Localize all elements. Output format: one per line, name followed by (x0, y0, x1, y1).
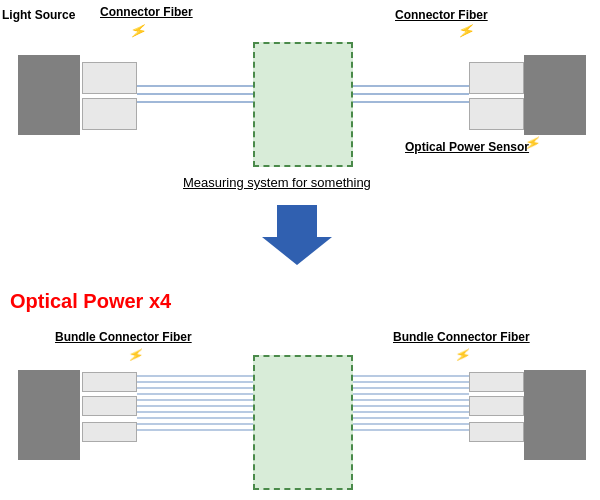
fiber-lines-right-bottom (353, 368, 469, 448)
left-connector-bundle-bot (82, 422, 137, 442)
center-box-bottom (253, 355, 353, 490)
left-connector-bottom (82, 98, 137, 130)
right-connector-top (469, 62, 524, 94)
lightning-bundle-right-icon: ⚡ (453, 345, 472, 364)
bundle-connector-fiber-left-label: Bundle Connector Fiber (55, 330, 192, 344)
fiber-lines-left-bottom (137, 368, 253, 448)
svg-marker-6 (262, 205, 332, 265)
lightning-bundle-left-icon: ⚡ (126, 345, 145, 364)
right-connector-bottom (469, 98, 524, 130)
light-source-box (18, 55, 80, 135)
fiber-lines-left-top (137, 70, 253, 140)
light-source-label: Light Source (2, 8, 75, 22)
light-source-box-bottom (18, 370, 80, 460)
sensor-box-bottom (524, 370, 586, 460)
fiber-lines-right-top (353, 70, 469, 140)
lightning-right-icon: ⚡ (456, 20, 477, 40)
down-arrow (262, 205, 332, 265)
center-box-top (253, 42, 353, 167)
sensor-box (524, 55, 586, 135)
right-connector-bundle-top (469, 372, 524, 392)
right-connector-bundle-mid (469, 396, 524, 416)
right-connector-bundle-bot (469, 422, 524, 442)
left-connector-top (82, 62, 137, 94)
diagram-container: Light Source Connector Fiber ⚡ Connector… (0, 0, 600, 500)
left-connector-bundle-top (82, 372, 137, 392)
left-connector-bundle-mid (82, 396, 137, 416)
connector-fiber-left-label: Connector Fiber (100, 5, 193, 19)
lightning-left-icon: ⚡ (128, 20, 149, 40)
optical-power-sensor-label: Optical Power Sensor (405, 140, 529, 154)
optical-power-label: Optical Power x4 (10, 290, 171, 313)
bundle-connector-fiber-right-label: Bundle Connector Fiber (393, 330, 530, 344)
measuring-system-label: Measuring system for something (183, 175, 371, 190)
connector-fiber-right-label: Connector Fiber (395, 8, 488, 22)
